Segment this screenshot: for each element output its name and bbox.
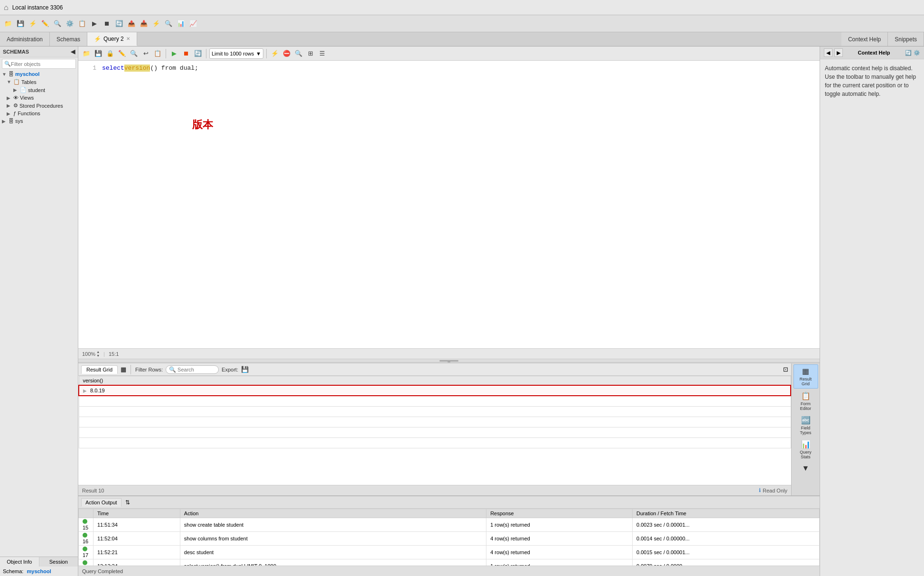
tab-query2[interactable]: ⚡ Query 2 ✕	[87, 32, 137, 46]
play-icon[interactable]: ▶	[89, 19, 100, 29]
context-help-refresh-icon[interactable]: 🔄	[905, 50, 912, 56]
chart-icon[interactable]: 📊	[176, 19, 186, 29]
sidebar-item-stored-procedures[interactable]: ▶ ⚙ Stored Procedures	[0, 102, 78, 110]
tab-snippets[interactable]: Snippets	[888, 32, 924, 46]
stop-icon[interactable]: ⏹	[102, 19, 112, 29]
rows-btn[interactable]: ☰	[317, 48, 327, 59]
action-col-response[interactable]: Response	[486, 509, 633, 518]
action-row-response: 4 row(s) returned	[486, 532, 633, 546]
context-help-forward-btn[interactable]: ▶	[834, 48, 843, 57]
sidebar-item-tables[interactable]: ▼ 📋 Tables	[0, 78, 78, 86]
context-help-back-btn[interactable]: ◀	[824, 48, 832, 57]
tab-close-icon[interactable]: ✕	[126, 36, 130, 41]
sidebar-item-sys[interactable]: ▶ 🗄 sys	[0, 117, 78, 125]
tab-context-help[interactable]: Context Help	[841, 32, 888, 46]
field-types-btn[interactable]: 🔤 FieldTypes	[793, 414, 818, 437]
action-col-time[interactable]: Time	[93, 509, 180, 518]
lightning2-btn[interactable]: ⚡	[270, 48, 280, 59]
sidebar-item-functions[interactable]: ▶ ƒ Functions	[0, 110, 78, 117]
form-editor-btn-label: FormEditor	[800, 401, 812, 411]
import-icon[interactable]: 📥	[139, 19, 149, 29]
zoom-up-arrow[interactable]: ▲	[96, 350, 100, 354]
result-cell-value[interactable]: ▶ 8.0.19	[79, 385, 791, 396]
open-file-btn[interactable]: 📁	[81, 48, 92, 59]
zoom-arrows[interactable]: ▲ ▼	[96, 350, 100, 358]
sidebar-item-myschool[interactable]: ▼ 🗄 myschool	[0, 70, 78, 78]
schemas-collapse-icon[interactable]: ◀	[71, 48, 75, 55]
cols-btn[interactable]: ⊞	[305, 48, 316, 59]
session-tab[interactable]: Session	[39, 557, 78, 567]
action-table-row[interactable]: 16 11:52:04 show columns from student 4 …	[79, 532, 820, 546]
sys-schema-icon: 🗄	[9, 118, 14, 124]
find2-btn[interactable]: 🔍	[293, 48, 304, 59]
result-grid-btn[interactable]: ▦ ResultGrid	[793, 364, 818, 389]
sidebar-tree: ▼ 🗄 myschool ▼ 📋 Tables ▶ 📄 student ▶ 👁 …	[0, 70, 78, 557]
sp-icon: ⚙	[13, 102, 18, 109]
lightning-icon[interactable]: ⚡	[151, 19, 161, 29]
result-grid-tab[interactable]: Result Grid	[81, 365, 118, 374]
home-icon[interactable]: ⌂	[4, 3, 9, 12]
search-btn[interactable]: ✏️	[117, 48, 127, 59]
result-layout-toggle[interactable]: ⊡	[783, 366, 788, 373]
zoom-input[interactable]: 100% ▲ ▼	[82, 350, 100, 358]
refresh-icon[interactable]: 🔄	[114, 19, 124, 29]
scroll-divider[interactable]	[78, 359, 820, 362]
filter-search-box[interactable]: 🔍	[166, 365, 219, 374]
action-col-empty	[79, 509, 93, 518]
sidebar-item-student[interactable]: ▶ 📄 student	[0, 86, 78, 94]
context-help-settings-icon[interactable]: ⚙️	[914, 50, 920, 56]
form-editor-btn[interactable]: 📋 FormEditor	[793, 390, 818, 413]
sys-arrow-icon: ▶	[2, 119, 9, 124]
sidebar-item-views[interactable]: ▶ 👁 Views	[0, 94, 78, 102]
tab-bar: Administration Schemas ⚡ Query 2 ✕ Conte…	[0, 32, 924, 46]
execute-icon[interactable]: ⚡	[28, 19, 38, 29]
execute-line-btn[interactable]: 🔄	[193, 48, 203, 59]
filter-input[interactable]	[11, 61, 74, 67]
execute-sel-btn[interactable]: ⏹	[181, 48, 191, 59]
execute-all-btn[interactable]: ▶	[169, 48, 179, 59]
action-col-duration[interactable]: Duration / Fetch Time	[633, 509, 820, 518]
read-only-label: Read Only	[763, 488, 787, 493]
undo-btn[interactable]: ↩	[140, 48, 151, 59]
status-message: Query Completed	[82, 568, 123, 574]
export-icon[interactable]: 📤	[126, 19, 137, 29]
export-btn[interactable]: 💾	[241, 366, 249, 373]
save-icon[interactable]: 💾	[15, 19, 26, 29]
result-column-header[interactable]: version()	[79, 376, 791, 386]
action-col-action[interactable]: Action	[180, 509, 486, 518]
run-btn[interactable]: 📋	[152, 48, 163, 59]
editor-results-panel: 📁 💾 🔒 ✏️ 🔍 ↩ 📋 ▶ ⏹ 🔄 Limit to 1000 rows …	[78, 46, 820, 576]
limit-rows-select[interactable]: Limit to 1000 rows ▼	[209, 48, 263, 59]
search3-btn[interactable]: 🔍	[129, 48, 139, 59]
filter-box[interactable]: 🔍	[2, 59, 76, 69]
find-icon[interactable]: 🔍	[52, 19, 63, 29]
tab-schemas[interactable]: Schemas	[50, 32, 87, 46]
zoom-down-arrow[interactable]: ▼	[96, 354, 100, 358]
table-row[interactable]: ▶ 8.0.19	[79, 385, 791, 396]
action-table-row[interactable]: 15 11:51:34 show create table student 1 …	[79, 518, 820, 532]
edit-icon[interactable]: ✏️	[40, 19, 50, 29]
open-folder-icon[interactable]: 📁	[3, 19, 13, 29]
filter-search-input[interactable]	[177, 367, 215, 372]
more-btn[interactable]: ▼	[793, 462, 818, 475]
save-file-btn[interactable]: 💾	[93, 48, 103, 59]
action-output-tab[interactable]: Action Output	[81, 498, 121, 507]
action-table-row[interactable]: 17 11:52:21 desc student 4 row(s) return…	[79, 546, 820, 559]
search2-icon[interactable]: 🔍	[163, 19, 174, 29]
action-output-filter-icon[interactable]: ⇅	[125, 499, 130, 506]
action-table-header-row: Time Action Response Duration / Fetch Ti…	[79, 509, 820, 518]
query-stats-btn[interactable]: 📊 QueryStats	[793, 438, 818, 461]
object-info-tab[interactable]: Object Info	[0, 557, 39, 567]
editor-line-1: 1 select version () from dual;	[82, 65, 816, 72]
action-row-status: 17	[79, 546, 93, 559]
action-table-row[interactable]: 18 12:12:24 select version() from dual L…	[79, 559, 820, 566]
editor-content[interactable]: 1 select version () from dual; 版本	[78, 61, 820, 348]
action-row-response: 4 row(s) returned	[486, 546, 633, 559]
save-all-btn[interactable]: 🔒	[105, 48, 115, 59]
empty-row-4	[79, 427, 791, 437]
tab-administration[interactable]: Administration	[0, 32, 50, 46]
settings-icon[interactable]: ⚙️	[65, 19, 75, 29]
clipboard-icon[interactable]: 📋	[77, 19, 87, 29]
stop2-btn[interactable]: ⛔	[281, 48, 292, 59]
graph-icon[interactable]: 📈	[188, 19, 198, 29]
